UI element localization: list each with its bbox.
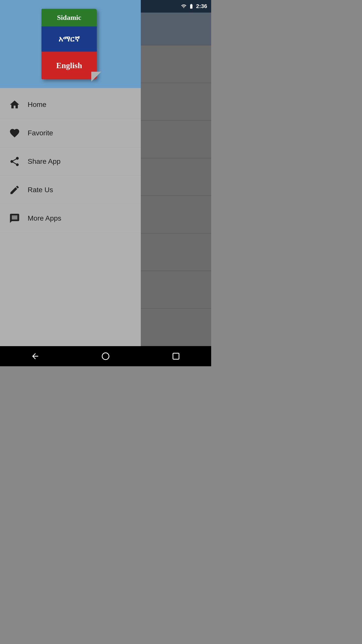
more-apps-icon	[8, 211, 22, 225]
home-label: Home	[28, 101, 47, 109]
more-apps-label: More Apps	[28, 214, 61, 222]
book-english: English	[56, 61, 82, 70]
book-bottom-section: English	[41, 52, 97, 79]
battery-icon	[189, 4, 194, 9]
sidebar-drawer: Sidamic አማርኛ English Home Fa	[0, 0, 141, 346]
nav-list: Home Favorite Share App Rate Us	[0, 88, 141, 346]
home-icon	[8, 98, 22, 112]
sidebar-item-home[interactable]: Home	[0, 91, 141, 119]
svg-point-0	[102, 353, 109, 360]
app-header: Sidamic አማርኛ English	[0, 0, 141, 88]
sidebar-item-more-apps[interactable]: More Apps	[0, 204, 141, 233]
rate-icon	[8, 183, 22, 197]
app-logo: Sidamic አማርኛ English	[41, 9, 99, 82]
rate-us-label: Rate Us	[28, 186, 53, 194]
svg-rect-1	[173, 353, 179, 359]
favorite-label: Favorite	[28, 129, 53, 137]
book-title: Sidamic	[57, 14, 81, 22]
signal-icon	[181, 4, 187, 9]
android-nav-bar	[0, 346, 211, 366]
book-middle-section: አማርኛ	[41, 26, 97, 52]
share-icon	[8, 154, 22, 169]
status-icons: 2:36	[181, 3, 207, 10]
sidebar-item-share-app[interactable]: Share App	[0, 147, 141, 176]
android-home-button[interactable]	[98, 349, 113, 364]
book-cover: Sidamic አማርኛ English	[41, 9, 97, 79]
recents-button[interactable]	[168, 349, 184, 364]
back-button[interactable]	[28, 349, 43, 364]
book-top-section: Sidamic	[41, 9, 97, 26]
sidebar-item-favorite[interactable]: Favorite	[0, 119, 141, 147]
status-bar: 2:36	[141, 0, 211, 13]
right-overlay	[141, 0, 211, 346]
book-amharic: አማርኛ	[59, 35, 80, 44]
sidebar-item-rate-us[interactable]: Rate Us	[0, 176, 141, 204]
clock: 2:36	[196, 3, 207, 10]
heart-icon	[8, 126, 22, 140]
share-app-label: Share App	[28, 157, 61, 166]
